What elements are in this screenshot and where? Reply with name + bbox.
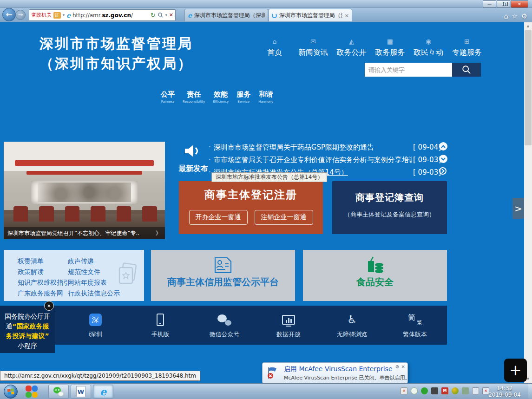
tile-label: 商事主体信用监管公示平台 <box>151 276 295 288</box>
link-ip-rights-guide[interactable]: 知识产权维权指引 <box>18 277 70 288</box>
link-enforcement-info[interactable]: 行政执法信息公示 <box>68 288 120 299</box>
value-item: 公平Fairness <box>161 90 175 104</box>
pinwheel-app-button[interactable] <box>26 386 38 398</box>
miniprogram-popup[interactable]: 国务院办公厅开通“国家政务服务投诉与建议”小程序 <box>0 306 55 353</box>
link-gd-gov-services[interactable]: 广东政务服务网 <box>18 288 70 299</box>
nav-item-interaction[interactable]: ◉ 政民互动 <box>410 38 447 58</box>
registry-query-banner[interactable]: 商事登记簿查询 （商事主体登记及备案信息查询） <box>332 181 447 234</box>
show-desktop-button[interactable] <box>528 384 532 399</box>
open-enterprise-button[interactable]: 开办企业一窗通 <box>189 210 248 225</box>
link-duty-list[interactable]: 权责清单 <box>18 256 70 267</box>
plus-button[interactable]: + <box>504 359 527 382</box>
tab-active[interactable]: 深圳市市场监督管理局（深... × <box>269 9 352 21</box>
taskbar-clock[interactable]: 14:32 2019-09-04 <box>485 385 525 398</box>
back-button[interactable]: ← <box>2 8 16 21</box>
nav-item-news[interactable]: ✉ 新闻资讯 <box>295 38 331 58</box>
close-button[interactable]: ✕ <box>511 0 528 8</box>
link-annual-report[interactable]: 网站年度报表 <box>68 277 120 288</box>
vertical-scrollbar[interactable]: ▲ ▼ <box>524 22 532 383</box>
cancel-enterprise-button[interactable]: 注销企业一窗通 <box>255 210 313 225</box>
tray-antivirus-sphere-icon[interactable] <box>452 387 459 394</box>
tray-card-icon[interactable] <box>462 387 469 394</box>
news-scroll-down-button[interactable] <box>439 155 447 163</box>
link-policy-reading[interactable]: 政策解读 <box>18 267 70 277</box>
site-title-line1: 深圳市市场监督管理局 <box>39 33 193 53</box>
value-item: 效能Efficiency <box>213 90 229 104</box>
restore-button[interactable] <box>497 0 510 8</box>
tray-sync-icon[interactable] <box>421 387 428 394</box>
tray-messenger-icon[interactable] <box>411 387 418 394</box>
tray-mcafee-shield-icon[interactable]: M <box>441 387 448 394</box>
credit-platform-tile[interactable]: 商事主体信用监管公示平台 <box>151 250 295 301</box>
popup-highlight-text: “国家政务服务投诉与建议” <box>6 322 49 340</box>
close-icon[interactable]: ✕ <box>401 364 405 369</box>
tab-close-icon[interactable]: × <box>345 13 349 19</box>
window-titlebar <box>0 0 532 8</box>
food-safety-tile[interactable]: 食品安全 <box>303 250 447 301</box>
scrollbar-thumb[interactable] <box>525 30 532 145</box>
phone-icon <box>157 314 164 326</box>
news-link[interactable]: · 市市场监管局关于召开企业专利价值评估实务分析与案例分享培训会的通知 <box>209 156 412 164</box>
data-monitor-icon <box>282 315 295 325</box>
nav-item-services[interactable]: ▦ 政务服务 <box>372 38 408 58</box>
footer-item-mobile[interactable]: 手机版 <box>142 312 179 339</box>
announcement-speaker-icon <box>184 144 202 160</box>
word-taskbar-button[interactable]: W <box>71 385 91 399</box>
search-input[interactable] <box>365 63 452 77</box>
footer-item-accessibility[interactable]: ♿ 无障碍浏览 <box>330 312 374 339</box>
settings-gear-icon[interactable]: ⚙ <box>521 12 527 20</box>
tray-network-icon[interactable] <box>472 387 479 394</box>
news-carousel[interactable]: 深圳市市场监管局党组召开“不忘初心、牢记使命”专.. 》 <box>4 142 165 239</box>
simplified-traditional-icon: 简繁 <box>408 313 422 326</box>
favorites-star-icon[interactable]: ☆ <box>512 12 518 20</box>
link-tooltip: 深圳市地方标准批准发布公告（总第14号） <box>211 172 327 182</box>
address-bar[interactable]: 党政机关 证 ▾ e http://amr.sz.gov.cn/ ↻ ▾ ✕ <box>29 9 176 21</box>
nav-label: 首页 <box>256 48 293 58</box>
tab-inactive[interactable]: e 深圳市市场监督管理局（深圳... <box>184 9 268 21</box>
carousel-caption[interactable]: 深圳市市场监管局党组召开“不忘初心、牢记使命”专.. 》 <box>4 227 165 239</box>
minimize-button[interactable]: — <box>483 0 496 8</box>
footer-label: 数据开放 <box>270 330 307 339</box>
search-caret-icon[interactable]: ▾ <box>165 13 167 17</box>
nav-item-disclosure[interactable]: ◭ 政务公开 <box>334 38 370 58</box>
carousel-next-icon[interactable]: 》 <box>156 229 161 237</box>
wechat-taskbar-button[interactable] <box>48 385 69 399</box>
news-scroll-up-button[interactable] <box>439 142 447 150</box>
value-item: 和谐Harmony <box>258 90 273 104</box>
link-normative-docs[interactable]: 规范性文件 <box>68 267 120 277</box>
side-panel-arrow-button[interactable]: > <box>512 198 524 219</box>
stop-button[interactable]: ✕ <box>169 12 173 18</box>
tray-disabled-item-icon[interactable]: ✕ <box>401 387 407 394</box>
interaction-icon: ◉ <box>410 38 447 46</box>
mcafee-notification[interactable]: 启用 McAfee VirusScan Enterprise McAfee Vi… <box>262 362 408 384</box>
badge-caret-icon[interactable]: ▾ <box>63 13 65 17</box>
ie-taskbar-button-active[interactable]: e <box>93 385 113 399</box>
tray-utility-icon[interactable] <box>431 387 438 394</box>
refresh-icon[interactable]: ↻ <box>151 12 156 19</box>
nav-item-topics[interactable]: ⊞ 专题服务 <box>449 38 485 58</box>
news-more-button[interactable] <box>439 167 447 175</box>
url-text[interactable]: http://amr.sz.gov.cn/ <box>72 12 149 19</box>
footer-item-wechat[interactable]: 微信公众号 <box>201 312 248 339</box>
link-gov-voice[interactable]: 政声传递 <box>68 256 120 267</box>
business-registration-banner[interactable]: 商事主体登记注册 开办企业一窗通 注销企业一窗通 <box>179 181 323 234</box>
gov-site-badge[interactable]: 党政机关 <box>31 12 52 19</box>
tab-title: 深圳市市场监督管理局（深圳... <box>194 12 265 20</box>
nav-item-home[interactable]: ⌂ 首页 <box>256 38 293 58</box>
value-item: 责任Responsibility <box>183 90 205 104</box>
search-magnifier-icon[interactable] <box>158 12 164 18</box>
footer-item-traditional[interactable]: 简繁 繁体版本 <box>396 312 433 339</box>
wrench-icon[interactable]: ⚙ <box>395 364 400 369</box>
popup-close-icon[interactable]: ✕ <box>44 301 54 311</box>
mcafee-title[interactable]: 启用 McAfee VirusScan Enterprise <box>284 365 393 373</box>
home-icon[interactable]: ⌂ <box>504 12 509 20</box>
search-button[interactable] <box>452 63 481 77</box>
news-link[interactable]: · 深圳市市场监督管理局关于药品GSP限期整改的通告 <box>209 143 412 152</box>
restore-icon <box>502 3 506 6</box>
start-button[interactable] <box>4 385 18 399</box>
footer-item-open-data[interactable]: 数据开放 <box>270 312 307 339</box>
scroll-up-arrow[interactable]: ▲ <box>524 22 532 30</box>
footer-item-ishenzhen[interactable]: 深 i深圳 <box>77 312 114 339</box>
home-icon: ⌂ <box>256 38 293 46</box>
forward-button[interactable]: → <box>15 10 26 20</box>
